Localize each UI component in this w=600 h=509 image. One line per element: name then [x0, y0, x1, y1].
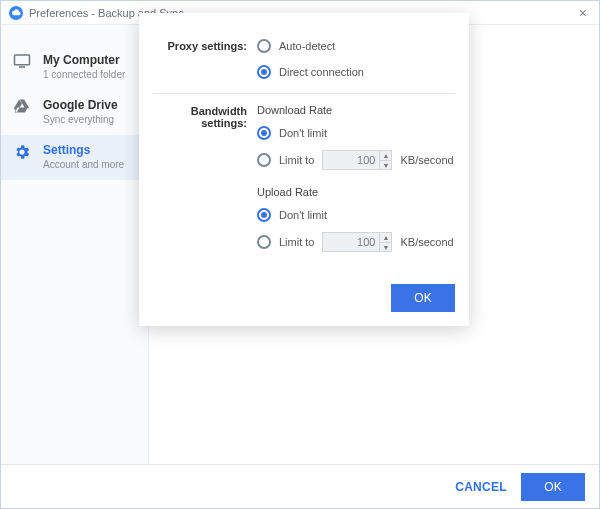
download-rate-title: Download Rate: [257, 104, 455, 116]
network-settings-dialog: Proxy settings: Auto-detect Direct conne…: [139, 13, 469, 326]
option-label: Don't limit: [279, 127, 327, 139]
radio-icon: [257, 39, 271, 53]
dialog-ok-button[interactable]: OK: [391, 284, 455, 312]
ok-button[interactable]: OK: [521, 473, 585, 501]
spinner-icon[interactable]: ▲▼: [379, 151, 391, 169]
download-rate-group: Download Rate Don't limit Limit to 100 ▲…: [257, 104, 455, 170]
input-value: 100: [323, 154, 379, 166]
option-label: Don't limit: [279, 209, 327, 221]
svg-rect-0: [15, 55, 30, 65]
radio-icon: [257, 208, 271, 222]
unit-label: KB/second: [400, 154, 453, 166]
option-label: Limit to: [279, 236, 314, 248]
svg-rect-1: [19, 66, 25, 68]
gear-icon: [11, 143, 33, 170]
option-label: Auto-detect: [279, 40, 335, 52]
preferences-window: Preferences - Backup and Sync × My Compu…: [0, 0, 600, 509]
sidebar-item-sublabel: Account and more: [43, 159, 124, 170]
sidebar-item-settings[interactable]: Settings Account and more: [1, 135, 148, 180]
radio-icon: [257, 126, 271, 140]
download-limit-input[interactable]: 100 ▲▼: [322, 150, 392, 170]
drive-icon: [11, 98, 33, 125]
proxy-auto-detect-option[interactable]: Auto-detect: [257, 39, 455, 53]
option-label: Direct connection: [279, 66, 364, 78]
monitor-icon: [11, 53, 33, 80]
sidebar-item-label: Settings: [43, 143, 124, 157]
radio-icon: [257, 235, 271, 249]
unit-label: KB/second: [400, 236, 453, 248]
radio-icon: [257, 153, 271, 167]
upload-rate-title: Upload Rate: [257, 186, 455, 198]
input-value: 100: [323, 236, 379, 248]
upload-limit-to-option[interactable]: Limit to 100 ▲▼ KB/second: [257, 232, 455, 252]
upload-dont-limit-option[interactable]: Don't limit: [257, 208, 455, 222]
footer: CANCEL OK: [1, 464, 599, 508]
proxy-label: Proxy settings:: [153, 39, 257, 79]
radio-icon: [257, 65, 271, 79]
proxy-section: Proxy settings: Auto-detect Direct conne…: [153, 29, 455, 93]
upload-rate-group: Upload Rate Don't limit Limit to 100 ▲▼: [257, 186, 455, 252]
spinner-icon[interactable]: ▲▼: [379, 233, 391, 251]
sidebar-item-sublabel: 1 connected folder: [43, 69, 125, 80]
app-icon: [9, 6, 23, 20]
sidebar-item-google-drive[interactable]: Google Drive Sync everything: [1, 90, 148, 135]
upload-limit-input[interactable]: 100 ▲▼: [322, 232, 392, 252]
sidebar: My Computer 1 connected folder Google Dr…: [1, 25, 149, 464]
sidebar-item-sublabel: Sync everything: [43, 114, 118, 125]
close-icon[interactable]: ×: [575, 4, 591, 22]
sidebar-item-label: My Computer: [43, 53, 125, 67]
dialog-footer: OK: [153, 266, 455, 312]
sidebar-item-label: Google Drive: [43, 98, 118, 112]
download-limit-to-option[interactable]: Limit to 100 ▲▼ KB/second: [257, 150, 455, 170]
bandwidth-section: Bandwidth settings: Download Rate Don't …: [153, 93, 455, 266]
proxy-direct-connection-option[interactable]: Direct connection: [257, 65, 455, 79]
bandwidth-label: Bandwidth settings:: [153, 104, 257, 252]
sidebar-item-my-computer[interactable]: My Computer 1 connected folder: [1, 45, 148, 90]
option-label: Limit to: [279, 154, 314, 166]
cancel-button[interactable]: CANCEL: [455, 480, 507, 494]
download-dont-limit-option[interactable]: Don't limit: [257, 126, 455, 140]
